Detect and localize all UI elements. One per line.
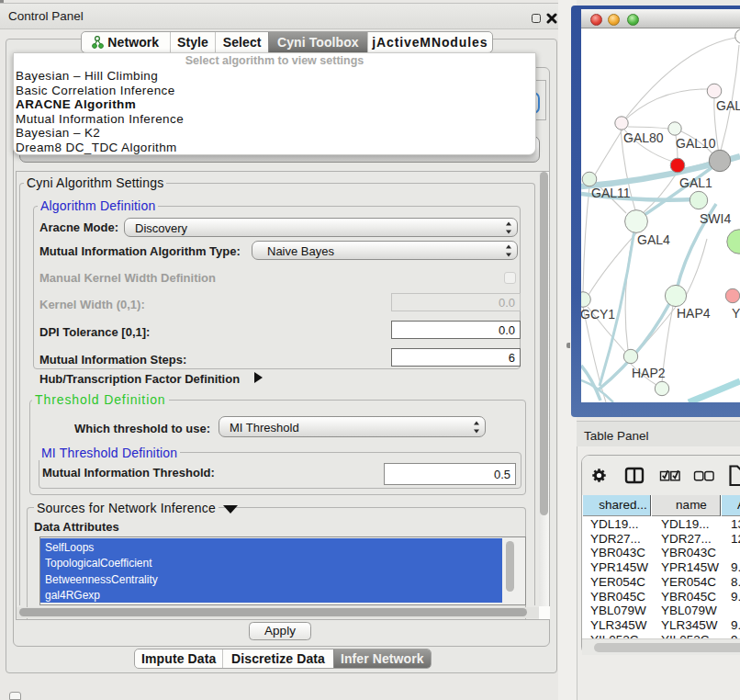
svg-text:GAL10: GAL10	[676, 136, 716, 151]
svg-text:GAL4: GAL4	[637, 232, 670, 247]
svg-text:GAL1: GAL1	[679, 175, 712, 190]
svg-text:GAL11: GAL11	[591, 186, 631, 200]
svg-text:Y: Y	[732, 306, 740, 321]
svg-text:HAP4: HAP4	[677, 306, 711, 321]
svg-text:SWI4: SWI4	[700, 211, 731, 226]
svg-text:HAP2: HAP2	[632, 366, 666, 380]
svg-text:GCY1: GCY1	[581, 307, 615, 322]
svg-text:GAL7: GAL7	[716, 98, 740, 113]
svg-text:GAL80: GAL80	[623, 130, 664, 145]
